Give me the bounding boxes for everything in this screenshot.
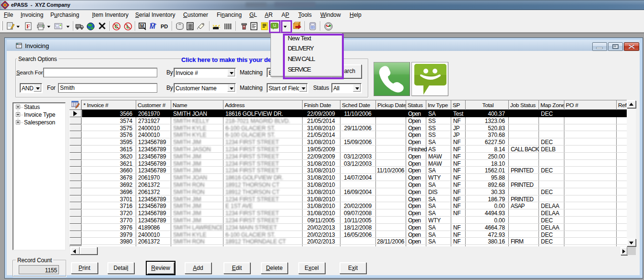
svg-text:M: M xyxy=(140,24,144,29)
svg-text:PD: PD xyxy=(161,24,168,29)
svg-text:F: F xyxy=(26,23,30,30)
